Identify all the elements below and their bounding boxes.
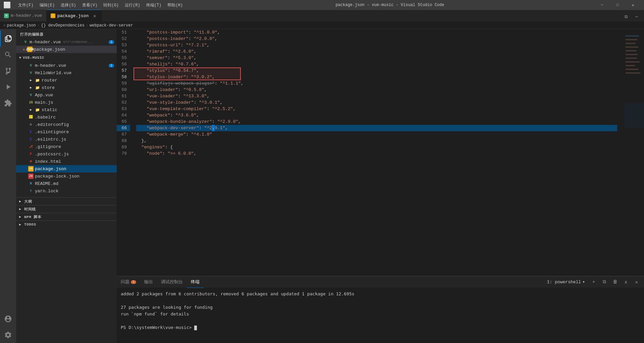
title-bar-left: ⬜ 文件(F) 编辑(E) 选择(S) 查看(V) 转到(G) 运行(R) 终端… xyxy=(3,1,185,9)
terminal-close-button[interactable]: ✕ xyxy=(632,277,641,287)
tab-output[interactable]: 输出 xyxy=(140,276,157,288)
menu-edit[interactable]: 编辑(E) xyxy=(37,1,58,9)
timeline-label: 时间线 xyxy=(24,207,36,212)
menu-selection[interactable]: 选择(S) xyxy=(58,1,79,9)
tab-m-header[interactable]: V m-header.vue xyxy=(0,10,47,21)
code-content[interactable]: "postcss-import": "^11.0.0", "postcss-lo… xyxy=(133,29,617,276)
json-file-icon: J xyxy=(51,13,55,18)
editor-area: 51 52 53 54 55 56 57 58 59 60 61 62 63 6… xyxy=(117,29,644,343)
file-helloworld[interactable]: V HelloWorld.vue xyxy=(16,69,117,77)
menu-terminal[interactable]: 终端(T) xyxy=(144,1,164,9)
project-section[interactable]: VUE-MUSIC xyxy=(16,53,117,62)
open-editor-m-header[interactable]: V m-header.vue src\compone... 1 xyxy=(16,38,117,46)
file-gitignore[interactable]: ⎇ .gitignore xyxy=(16,143,117,150)
open-editor-package-json[interactable]: ✕ JSON package.json xyxy=(16,46,117,53)
timeline-arrow xyxy=(17,206,23,212)
code-line-58: "stylus-loader": "^3.0.2", xyxy=(136,74,617,80)
menu-file[interactable]: 文件(F) xyxy=(15,1,36,9)
activity-extensions[interactable] xyxy=(0,95,16,111)
section-todos[interactable]: TODOS xyxy=(16,221,117,228)
svg-rect-7 xyxy=(626,58,637,59)
activity-run[interactable] xyxy=(0,79,16,95)
code-line-65: "webpack-bundle-analyzer": "^2.9.0", xyxy=(136,118,617,125)
menu-bar: 文件(F) 编辑(E) 选择(S) 查看(V) 转到(G) 运行(R) 终端(T… xyxy=(15,1,185,9)
activity-account[interactable] xyxy=(0,311,16,327)
store-arrow xyxy=(28,85,34,90)
code-line-56: "shelljs": "^0.7.6", xyxy=(136,61,617,67)
terminal-trash-button[interactable]: 🗑 xyxy=(610,277,620,287)
breadcrumb-file[interactable]: package.json xyxy=(7,23,36,28)
tab-problems[interactable]: 问题 1 xyxy=(117,276,140,288)
vue-icon: V xyxy=(23,39,28,45)
section-timeline[interactable]: 时间线 xyxy=(16,205,117,213)
breadcrumb-section[interactable]: {} devDependencies xyxy=(41,23,85,28)
svg-rect-6 xyxy=(626,54,638,55)
code-line-54: "rimraf": "^2.6.0", xyxy=(136,48,617,55)
code-line-61: "vue-loader": "^13.3.0", xyxy=(136,93,617,99)
file-readme-label: README.md xyxy=(35,181,58,186)
file-index-html[interactable]: H index.html xyxy=(16,158,117,165)
readme-icon: M xyxy=(28,181,34,186)
activity-search[interactable] xyxy=(0,47,16,63)
terminal-dropdown[interactable]: 1: powershell ▾ xyxy=(544,279,588,285)
file-package-json[interactable]: JS package.json xyxy=(16,165,117,173)
file-main-js-label: main.js xyxy=(35,100,53,105)
terminal-content[interactable]: added 2 packages from 6 contributors, re… xyxy=(117,288,644,343)
folder-store[interactable]: 📁 store xyxy=(16,84,117,91)
tab-terminal[interactable]: 终端 xyxy=(187,276,204,288)
code-editor[interactable]: 51 52 53 54 55 56 57 58 59 60 61 62 63 6… xyxy=(117,29,644,276)
more-actions-button[interactable]: ⋯ xyxy=(632,12,641,21)
file-eslintrc[interactable]: E .eslintrc.js xyxy=(16,136,117,143)
file-yarn-lock[interactable]: Y yarn.lock xyxy=(16,187,117,195)
menu-view[interactable]: 查看(V) xyxy=(79,1,100,9)
file-editorconfig[interactable]: ⚙ .editorconfig xyxy=(16,121,117,128)
section-outline[interactable]: 大纲 xyxy=(16,198,117,205)
file-package-lock[interactable]: JS package-lock.json xyxy=(16,173,117,180)
section-npm[interactable]: NPM 脚本 xyxy=(16,213,117,220)
js-file-icon-main: JS xyxy=(28,100,34,105)
code-line-52: "postcss-loader": "^2.0.8", xyxy=(136,36,617,42)
tab-close-button[interactable]: ✕ xyxy=(92,13,97,18)
file-index-html-label: index.html xyxy=(35,159,61,164)
file-readme[interactable]: M README.md xyxy=(16,180,117,187)
file-main-js[interactable]: JS main.js xyxy=(16,99,117,106)
folder-store-icon: 📁 xyxy=(35,85,40,90)
breadcrumb-key[interactable]: webpack-dev-server xyxy=(90,23,133,28)
terminal-add-button[interactable]: + xyxy=(589,277,598,287)
activity-bar xyxy=(0,29,16,343)
maximize-button[interactable]: □ xyxy=(610,0,625,10)
npm-arrow xyxy=(17,214,23,219)
menu-run[interactable]: 运行(R) xyxy=(122,1,143,9)
close-button[interactable]: ✕ xyxy=(625,0,641,10)
mheader-badge: 1 xyxy=(109,64,114,67)
terminal-split-button[interactable]: ⧉ xyxy=(600,277,609,287)
router-arrow xyxy=(28,78,34,83)
folder-router[interactable]: 📁 router xyxy=(16,77,117,84)
folder-static[interactable]: 📁 static xyxy=(16,106,117,113)
activity-settings[interactable] xyxy=(0,327,16,343)
minimize-button[interactable]: ─ xyxy=(594,0,610,10)
svg-rect-4 xyxy=(626,46,638,48)
tab-debug-console[interactable]: 调试控制台 xyxy=(157,276,187,288)
minimap xyxy=(617,29,644,276)
code-line-57: "stylus": "^0.54.7", xyxy=(136,67,617,74)
split-editor-button[interactable]: ⧉ xyxy=(621,12,631,21)
file-eslintignore[interactable]: E .eslintignore xyxy=(16,128,117,136)
terminal-panel: 问题 1 输出 调试控制台 终端 1: powershell ▾ xyxy=(117,276,644,343)
activity-explorer[interactable] xyxy=(0,31,16,47)
pkg-lock-icon: JS xyxy=(28,174,34,179)
open-editor-m-header-label: m-header.vue xyxy=(30,40,61,45)
file-postcssrc[interactable]: P .postcssrc.js xyxy=(16,150,117,158)
file-m-header[interactable]: V m-header.vue 1 xyxy=(16,62,117,69)
file-package-lock-label: package-lock.json xyxy=(35,174,79,179)
file-app-vue[interactable]: V App.vue xyxy=(16,91,117,99)
menu-goto[interactable]: 转到(G) xyxy=(101,1,121,9)
yarn-icon: Y xyxy=(28,188,34,194)
activity-source-control[interactable] xyxy=(0,63,16,79)
todos-label: TODOS xyxy=(24,223,36,227)
terminal-collapse-button[interactable]: ∧ xyxy=(621,277,631,287)
tab-package-json[interactable]: J package.json ✕ xyxy=(47,10,102,21)
file-package-json-label: package.json xyxy=(35,166,66,172)
file-babelrc[interactable]: 🅱 .babelrc xyxy=(16,113,117,121)
menu-help[interactable]: 帮助(H) xyxy=(165,1,185,9)
